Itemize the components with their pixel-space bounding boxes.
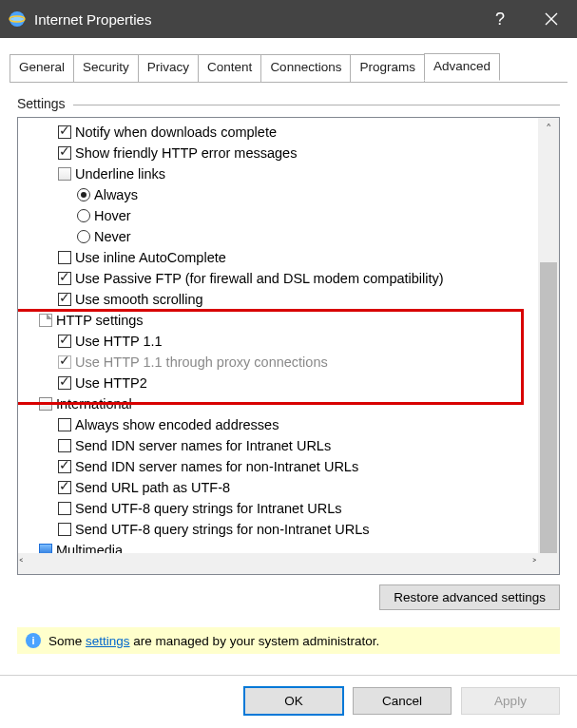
opt-label: Use smooth scrolling: [71, 292, 203, 307]
checkbox-icon: [58, 418, 71, 431]
checkbox-icon: [58, 146, 71, 160]
close-button[interactable]: [526, 0, 577, 38]
scroll-left-button[interactable]: ˂: [18, 553, 25, 574]
horizontal-scrollbar[interactable]: ˂ ˃: [18, 553, 538, 574]
opt-label: International: [52, 396, 132, 412]
checkbox-icon: [58, 335, 71, 348]
checkbox-icon: [58, 502, 71, 515]
opt-show-encoded[interactable]: Always show encoded addresses: [20, 414, 538, 435]
opt-label: Always show encoded addresses: [71, 417, 279, 432]
apply-button: Apply: [461, 687, 560, 715]
checkbox-icon: [58, 376, 71, 390]
opt-label: Use Passive FTP (for firewall and DSL mo…: [71, 271, 444, 286]
cat-http-settings[interactable]: HTTP settings: [20, 310, 538, 331]
settings-link[interactable]: settings: [86, 634, 130, 648]
opt-smooth-scrolling[interactable]: Use smooth scrolling: [20, 289, 538, 310]
opt-idn-intranet[interactable]: Send IDN server names for Intranet URLs: [20, 435, 538, 456]
scroll-track[interactable]: [538, 139, 559, 532]
opt-label: Send UTF-8 query strings for non-Intrane…: [71, 522, 369, 537]
opt-notify-downloads[interactable]: Notify when downloads complete: [20, 122, 538, 143]
settings-tree: Notify when downloads complete Show frie…: [17, 117, 560, 575]
tab-privacy[interactable]: Privacy: [138, 54, 199, 82]
cat-international[interactable]: International: [20, 393, 538, 414]
ok-button[interactable]: OK: [244, 687, 343, 715]
tab-programs[interactable]: Programs: [350, 54, 425, 82]
opt-http11[interactable]: Use HTTP 1.1: [20, 331, 538, 352]
opt-label: Multimedia: [52, 543, 123, 553]
category-icon: [39, 397, 52, 411]
checkbox-icon: [58, 355, 71, 369]
tab-general[interactable]: General: [10, 54, 74, 82]
radio-icon: [77, 230, 90, 243]
tabs: General Security Privacy Content Connect…: [0, 38, 577, 82]
checkbox-icon: [58, 523, 71, 536]
admin-info-bar: i Some settings are managed by your syst…: [17, 627, 560, 654]
cancel-button[interactable]: Cancel: [353, 687, 452, 715]
checkbox-icon: [58, 439, 71, 452]
opt-label: Use HTTP 1.1: [71, 334, 163, 349]
tab-security[interactable]: Security: [73, 54, 139, 82]
opt-utf8-intranet[interactable]: Send UTF-8 query strings for Intranet UR…: [20, 498, 538, 519]
scrollbar-corner: [538, 553, 559, 574]
opt-label: Notify when downloads complete: [71, 125, 277, 140]
opt-label: Always: [90, 187, 138, 202]
opt-label: Send URL path as UTF-8: [71, 480, 230, 495]
opt-label: Show friendly HTTP error messages: [71, 145, 297, 161]
checkbox-icon: [58, 460, 71, 473]
opt-inline-autocomplete[interactable]: Use inline AutoComplete: [20, 247, 538, 268]
opt-http2[interactable]: Use HTTP2: [20, 373, 538, 393]
page-icon: [39, 314, 52, 327]
tab-connections[interactable]: Connections: [260, 54, 351, 82]
info-icon: i: [26, 633, 41, 648]
help-button[interactable]: ?: [474, 0, 526, 38]
opt-label: HTTP settings: [52, 313, 144, 328]
scroll-thumb[interactable]: [25, 555, 531, 572]
opt-underline-hover[interactable]: Hover: [20, 205, 538, 226]
checkbox-icon: [58, 251, 71, 264]
opt-underline-never[interactable]: Never: [20, 226, 538, 247]
opt-http11-proxy: Use HTTP 1.1 through proxy connections: [20, 352, 538, 373]
scroll-right-button[interactable]: ˃: [531, 553, 538, 574]
cat-underline-links[interactable]: Underline links: [20, 163, 538, 184]
checkbox-icon: [58, 272, 71, 285]
opt-label: Never: [90, 229, 131, 244]
scroll-thumb[interactable]: [540, 262, 557, 566]
checkbox-icon: [58, 125, 71, 139]
cat-multimedia[interactable]: Multimedia: [20, 540, 538, 553]
restore-advanced-button[interactable]: Restore advanced settings: [379, 584, 560, 610]
opt-label: Send IDN server names for non-Intranet U…: [71, 459, 358, 474]
opt-idn-nonintranet[interactable]: Send IDN server names for non-Intranet U…: [20, 456, 538, 477]
group-label-settings: Settings: [17, 96, 73, 111]
multimedia-icon: [39, 544, 52, 553]
settings-tree-scroll[interactable]: Notify when downloads complete Show frie…: [18, 118, 538, 553]
opt-utf8-nonintranet[interactable]: Send UTF-8 query strings for non-Intrane…: [20, 519, 538, 540]
info-text: Some settings are managed by your system…: [48, 634, 379, 648]
checkbox-icon: [58, 293, 71, 306]
tab-advanced[interactable]: Advanced: [424, 53, 500, 81]
group-divider: [73, 105, 560, 105]
opt-label: Hover: [90, 208, 131, 223]
opt-label: Send IDN server names for Intranet URLs: [71, 438, 331, 453]
opt-label: Use HTTP 1.1 through proxy connections: [71, 354, 328, 370]
radio-icon: [77, 209, 90, 222]
vertical-scrollbar[interactable]: ˄ ˅: [538, 118, 559, 553]
info-text-prefix: Some: [48, 634, 86, 648]
opt-label: Use HTTP2: [71, 375, 147, 391]
opt-label: Send UTF-8 query strings for Intranet UR…: [71, 501, 341, 516]
opt-url-utf8[interactable]: Send URL path as UTF-8: [20, 477, 538, 498]
opt-friendly-http[interactable]: Show friendly HTTP error messages: [20, 143, 538, 163]
chevron-up-icon: ˄: [546, 123, 552, 135]
chevron-left-icon: ˂: [18, 558, 25, 570]
category-icon: [58, 167, 71, 181]
tab-content-area: Settings Notify when downloads complete …: [0, 83, 577, 663]
info-text-suffix: are managed by your system administrator…: [130, 634, 380, 648]
dialog-footer: OK Cancel Apply: [0, 675, 577, 726]
opt-label: Use inline AutoComplete: [71, 250, 226, 265]
opt-passive-ftp[interactable]: Use Passive FTP (for firewall and DSL mo…: [20, 268, 538, 289]
checkbox-icon: [58, 481, 71, 494]
scroll-track[interactable]: [25, 553, 531, 574]
opt-underline-always[interactable]: Always: [20, 184, 538, 205]
scroll-up-button[interactable]: ˄: [538, 118, 559, 139]
window-title: Internet Properties: [34, 11, 474, 28]
tab-content[interactable]: Content: [198, 54, 261, 82]
